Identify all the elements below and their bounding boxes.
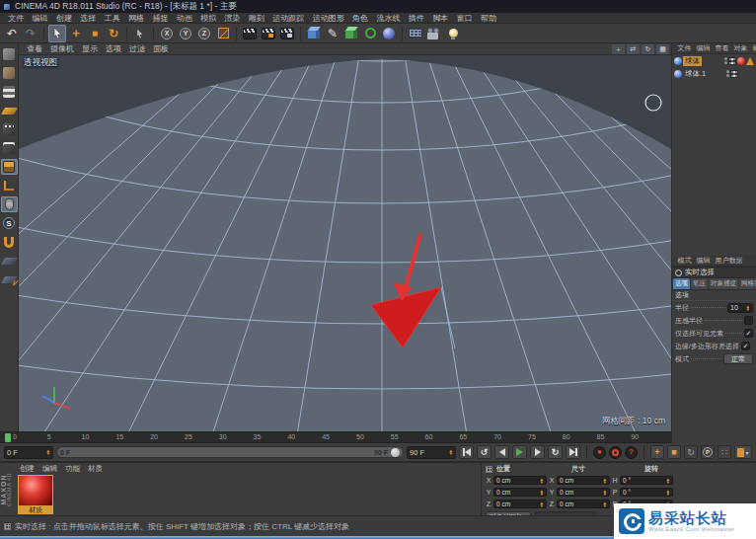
uvw-tag-icon[interactable] xyxy=(728,57,736,65)
make-editable-button[interactable] xyxy=(1,46,18,62)
keyframe-preset-dropdown[interactable]: ▾ xyxy=(734,445,752,459)
zoom-view-icon[interactable]: ⇄ xyxy=(627,44,640,54)
undo-button[interactable]: ↶ xyxy=(3,25,21,42)
attr-menu-userdata[interactable]: 用户数据 xyxy=(713,256,745,266)
menu-file[interactable]: 文件 xyxy=(4,13,28,24)
position-y-field[interactable]: 0 cm▲▼ xyxy=(493,488,547,497)
scale-button[interactable]: ■ xyxy=(86,25,104,42)
pan-view-icon[interactable]: + xyxy=(612,44,625,54)
menu-help[interactable]: 帮助 xyxy=(477,13,500,24)
tab-object-snap[interactable]: 对象捕捉 xyxy=(709,278,738,289)
deformer-button[interactable] xyxy=(380,25,398,42)
workplane-lock-button[interactable] xyxy=(1,253,18,269)
viewport-menu-filter[interactable]: 过滤 xyxy=(125,43,149,54)
menu-render[interactable]: 渲染 xyxy=(220,13,244,24)
points-mode-button[interactable] xyxy=(1,121,18,137)
pressure-radius-checkbox[interactable] xyxy=(744,316,753,325)
mat-menu-create[interactable]: 创建 xyxy=(16,464,38,474)
key-position-button[interactable]: + xyxy=(650,445,664,459)
menu-select[interactable]: 选择 xyxy=(76,13,100,24)
goto-end-button[interactable] xyxy=(566,445,580,459)
play-button[interactable] xyxy=(512,445,527,459)
end-frame-field[interactable]: 90 F ▲▼ xyxy=(407,446,456,459)
menu-snap[interactable]: 捕捉 xyxy=(148,13,172,24)
workplane-mode-button[interactable] xyxy=(1,103,18,118)
selection-tag-icon[interactable] xyxy=(746,57,754,65)
menu-pipeline[interactable]: 流水线 xyxy=(372,13,404,24)
menu-create[interactable]: 创建 xyxy=(52,13,76,24)
goto-start-button[interactable] xyxy=(459,445,474,459)
viewport-menu-display[interactable]: 显示 xyxy=(78,43,102,54)
next-frame-button[interactable] xyxy=(530,445,545,459)
menu-mesh[interactable]: 网格 xyxy=(124,13,148,24)
menu-plugins[interactable]: 插件 xyxy=(405,13,428,24)
move-button[interactable]: + xyxy=(67,25,85,42)
size-z-field[interactable]: 0 cm▲▼ xyxy=(557,500,610,508)
key-rotation-button[interactable]: ↻ xyxy=(684,445,698,459)
visible-only-checkbox[interactable]: ✓ xyxy=(744,329,753,338)
menu-animate[interactable]: 动画 xyxy=(173,13,196,24)
record-keyframe-button[interactable]: ● xyxy=(593,446,606,459)
tweak-mode-button[interactable] xyxy=(1,196,18,212)
radius-field[interactable]: 10 ▲▼ xyxy=(727,303,753,313)
viewport-solo-button[interactable]: S xyxy=(1,215,18,231)
edges-mode-button[interactable] xyxy=(1,140,18,156)
live-selection-button[interactable] xyxy=(48,25,66,42)
array-button[interactable] xyxy=(361,25,379,42)
size-x-field[interactable]: 0 cm▲▼ xyxy=(557,476,610,485)
add-cube-button[interactable] xyxy=(305,25,323,42)
om-menu-tags[interactable]: 标签 xyxy=(750,43,756,53)
menu-motion-tracker[interactable]: 运动跟踪 xyxy=(268,13,308,24)
camera-button[interactable] xyxy=(425,25,443,42)
rotate-button[interactable]: ↻ xyxy=(105,25,122,42)
material-tag-icon[interactable] xyxy=(737,57,745,65)
om-menu-view[interactable]: 查看 xyxy=(713,43,731,53)
range-slider-knob[interactable] xyxy=(391,448,400,457)
texture-mode-button[interactable] xyxy=(1,84,18,100)
key-pla-button[interactable]: ∷ xyxy=(718,445,731,459)
subdivision-surface-button[interactable] xyxy=(342,25,360,42)
frame-range-slider[interactable]: 0 F 90 F xyxy=(56,446,404,458)
uvw-tag-icon[interactable] xyxy=(730,70,738,78)
viewport-menu-cameras[interactable]: 摄像机 xyxy=(46,43,78,54)
polygons-mode-button[interactable] xyxy=(1,159,18,175)
model-mode-button[interactable] xyxy=(1,65,18,81)
playhead-marker[interactable] xyxy=(5,433,11,442)
tab-stylus[interactable]: 笔压 xyxy=(691,278,708,289)
menu-character[interactable]: 角色 xyxy=(348,13,372,24)
render-picture-viewer-button[interactable] xyxy=(260,25,277,42)
stepper-icon[interactable]: ▲▼ xyxy=(449,449,453,455)
position-z-field[interactable]: 0 cm▲▼ xyxy=(493,500,547,508)
render-view-button[interactable] xyxy=(241,25,259,42)
maximize-view-icon[interactable]: ▦ xyxy=(656,44,669,54)
object-name[interactable]: 球体.1 xyxy=(683,69,708,79)
menu-sculpt[interactable]: 雕刻 xyxy=(245,13,268,24)
viewport-panel[interactable]: 查看 摄像机 显示 选项 过滤 面板 + ⇄ ↻ ▦ 透视视图 网格间距 : 1… xyxy=(19,43,671,431)
object-name[interactable]: 球体 xyxy=(683,56,702,66)
viewport-menu-panel[interactable]: 面板 xyxy=(149,43,173,54)
enable-axis-button[interactable] xyxy=(1,178,18,193)
mat-menu-edit[interactable]: 编辑 xyxy=(38,464,61,474)
workplane-align-button[interactable]: V xyxy=(1,271,18,287)
render-settings-button[interactable] xyxy=(278,25,296,42)
stepper-icon[interactable]: ▲▼ xyxy=(46,449,50,455)
viewport-menu-options[interactable]: 选项 xyxy=(102,43,125,54)
object-row[interactable]: 球体 xyxy=(672,54,756,67)
lock-y-button[interactable]: Y xyxy=(177,25,194,42)
lock-z-button[interactable]: Z xyxy=(195,25,213,42)
lock-x-button[interactable]: X xyxy=(158,25,176,42)
viewport-menu-view[interactable]: 查看 xyxy=(23,43,46,54)
viewport-canvas[interactable] xyxy=(19,55,671,431)
rotation-h-field[interactable]: 0 °▲▼ xyxy=(620,476,673,485)
material-thumbnail[interactable]: 材质 xyxy=(18,475,53,514)
rotation-p-field[interactable]: 0 °▲▼ xyxy=(620,488,673,497)
selection-mode-dropdown[interactable]: 正常 xyxy=(723,353,753,364)
stepper-icon[interactable]: ▲▼ xyxy=(746,305,750,311)
current-frame-field[interactable]: 0 F ▲▼ xyxy=(4,446,53,459)
last-tool-button[interactable] xyxy=(131,25,149,42)
tab-options[interactable]: 选项 xyxy=(673,278,690,289)
attr-menu-edit[interactable]: 编辑 xyxy=(694,256,713,266)
attr-menu-mode[interactable]: 模式 xyxy=(675,256,694,266)
menu-tools[interactable]: 工具 xyxy=(101,13,124,24)
menu-mograph[interactable]: 运动图形 xyxy=(309,13,348,24)
